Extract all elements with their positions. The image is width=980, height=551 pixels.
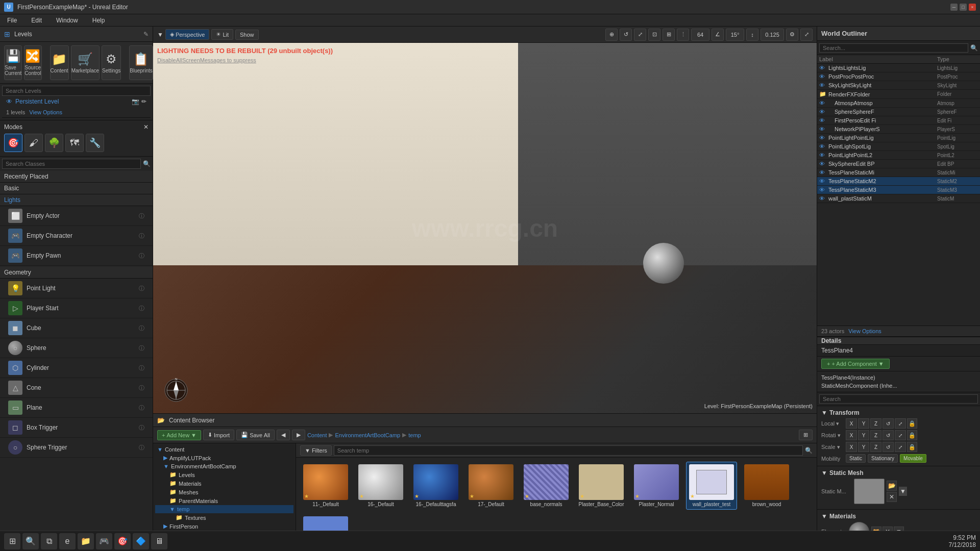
tree-item-content[interactable]: ▼ Content (155, 445, 293, 454)
scale-z-btn[interactable]: Z (870, 442, 881, 452)
vp-fullscreen-icon[interactable]: ⤢ (800, 29, 813, 41)
category-recently-placed[interactable]: Recently Placed (0, 171, 153, 183)
breadcrumb-temp[interactable]: temp (408, 432, 421, 438)
menu-window[interactable]: Window (53, 16, 81, 25)
list-item[interactable]: ○ Sphere ⓘ (0, 338, 153, 358)
scale-r-btn[interactable]: ↺ (883, 442, 894, 452)
asset-item[interactable]: ★ 11-_Default (300, 462, 351, 510)
list-item[interactable]: ◻ Box Trigger ⓘ (0, 418, 153, 438)
vp-grid-size[interactable]: 64 (691, 29, 709, 41)
sphere-info[interactable]: ⓘ (139, 344, 144, 352)
tree-item-materials[interactable]: 📁 Materials (155, 479, 293, 488)
breadcrumb-envart[interactable]: EnvironmentArtBootCamp (335, 432, 400, 438)
asset-item[interactable]: ★ 17-_Default (465, 462, 517, 510)
rot-x-btn[interactable]: X (846, 430, 857, 440)
loc-lock-btn[interactable]: 🔒 (907, 418, 917, 429)
category-basic[interactable]: Basic (0, 183, 153, 194)
vp-extra-icon[interactable]: ⚙ (786, 29, 798, 41)
mode-landscape[interactable]: 🗺 (65, 134, 84, 152)
component-item[interactable]: TessPlane4(Instance) (821, 373, 976, 382)
wo-list-item[interactable]: 👁 PointLighSpotLig SpotLig (817, 142, 980, 151)
vp-scale-btn[interactable]: ↕ (746, 29, 758, 41)
world-outliner-search-input[interactable] (819, 43, 968, 53)
level-cam-icon[interactable]: 📷 (132, 98, 139, 105)
taskbar-task-view[interactable]: ⧉ (41, 533, 57, 549)
tree-item-amplify[interactable]: ▶ AmplifyLUTPack (155, 454, 293, 462)
box-trigger-info[interactable]: ⓘ (139, 424, 144, 432)
close-button[interactable]: × (969, 4, 976, 11)
mode-geometry[interactable]: 🔧 (86, 134, 104, 152)
taskbar-app-2[interactable]: 🎯 (114, 533, 131, 549)
levels-search-input[interactable] (2, 86, 151, 96)
player-start-info[interactable]: ⓘ (139, 305, 144, 312)
wo-view-options[interactable]: View Options (848, 328, 881, 334)
content-button[interactable]: 📁 Content (50, 45, 69, 80)
wo-list-item[interactable]: 👁 PointLightPointLig PointLig (817, 134, 980, 142)
transform-header[interactable]: ▼ Transform (821, 409, 976, 416)
minimize-button[interactable]: ─ (950, 4, 958, 11)
lighting-suppress-link[interactable]: DisableAllScreenMessages to suppress (157, 57, 256, 63)
rot-z-btn[interactable]: Z (870, 430, 881, 440)
mobility-stationary[interactable]: Stationary (868, 454, 898, 463)
list-item[interactable]: 💡 Point Light ⓘ (0, 279, 153, 298)
show-button[interactable]: Show (235, 30, 259, 40)
location-label[interactable]: Local ▾ (821, 420, 844, 427)
menu-help[interactable]: Help (89, 16, 108, 25)
vp-snap-icon[interactable]: ⊡ (648, 29, 660, 41)
asset-item[interactable]: ★ wall_plaster_test (686, 462, 737, 510)
details-search-input[interactable] (819, 394, 978, 404)
lit-button[interactable]: ☀ Lit (211, 29, 233, 40)
cone-info[interactable]: ⓘ (139, 384, 144, 392)
tree-item-levels[interactable]: 📁 Levels (155, 470, 293, 479)
rot-lock-btn[interactable]: 🔒 (907, 430, 917, 440)
wo-list-item[interactable]: 👁 PointLightPointL2 PointL2 (817, 151, 980, 160)
category-geometry-header[interactable]: Geometry (0, 267, 153, 279)
list-item[interactable]: ⬜ Empty Actor ⓘ (0, 206, 153, 226)
tree-item-meshes[interactable]: 📁 Meshes (155, 488, 293, 496)
wo-list-item[interactable]: 📁 RenderFXFolder Folder (817, 90, 980, 99)
vp-grid-icon[interactable]: ⋮ (677, 29, 689, 41)
mobility-static[interactable]: Static (846, 454, 866, 463)
asset-item[interactable]: ★ base_normals (521, 462, 572, 510)
loc-y-btn[interactable]: Y (858, 418, 869, 429)
materials-header[interactable]: ▼ Materials (821, 513, 976, 520)
sm-clear-btn[interactable]: ✕ (887, 492, 897, 502)
search-classes-input[interactable] (2, 159, 141, 169)
vp-mode-icon[interactable]: ⊞ (663, 29, 675, 41)
save-current-button[interactable]: 💾 Save Current (4, 45, 22, 80)
rot-r-btn[interactable]: ↺ (883, 430, 894, 440)
mode-foliage[interactable]: 🌳 (45, 134, 63, 152)
loc-r-btn[interactable]: ↺ (883, 418, 894, 429)
nav-back-button[interactable]: ◀ (277, 430, 290, 440)
mobility-movable[interactable]: Movable (900, 454, 926, 463)
cb-view-options-button[interactable]: ⊞ (799, 430, 813, 440)
taskbar-start[interactable]: ⊞ (4, 533, 20, 549)
mode-paint[interactable]: 🖌 (24, 134, 43, 152)
wo-list-item[interactable]: 👁 TessPlaneStaticM2 StaticM2 (817, 177, 980, 186)
persistent-level-item[interactable]: 👁 Persistent Level 📷 ✏ (2, 96, 151, 107)
taskbar-explorer[interactable]: 📁 (78, 533, 94, 549)
plane-info[interactable]: ⓘ (139, 404, 144, 412)
perspective-button[interactable]: ◈ Perspective (165, 29, 209, 40)
asset-item[interactable]: ★ 16-_Default (355, 462, 406, 510)
wo-list-item[interactable]: 👁 FirstPersoEdit Fi Edit Fi (817, 116, 980, 125)
asset-item[interactable]: ★ Plaster_Normal (631, 462, 682, 510)
category-lights[interactable]: Lights (0, 194, 153, 206)
component-item[interactable]: StaticMeshComponent (Inhe... (821, 382, 976, 390)
list-item[interactable]: ▷ Player Start ⓘ (0, 298, 153, 318)
rotation-label[interactable]: Rotati ▾ (821, 432, 844, 439)
cylinder-info[interactable]: ⓘ (139, 364, 144, 372)
asset-item[interactable]: ★ 16-_Defaulttagsfa (410, 462, 461, 510)
empty-pawn-info[interactable]: ⓘ (139, 252, 144, 260)
settings-button[interactable]: ⚙ Settings (102, 45, 121, 80)
wo-list-item[interactable]: 👁 LightsLightsLig LightsLig (817, 64, 980, 72)
taskbar-app-1[interactable]: 🎮 (96, 533, 112, 549)
asset-item[interactable]: brown_wood (741, 462, 792, 510)
wo-list-item[interactable]: 👁 PostProcPostProc PostProc (817, 72, 980, 81)
point-light-info[interactable]: ⓘ (139, 285, 144, 292)
levels-add-icon[interactable]: ✎ (143, 31, 149, 38)
menu-edit[interactable]: Edit (28, 16, 45, 25)
save-all-button[interactable]: 💾 Save All (236, 430, 275, 440)
filters-button[interactable]: ▼ Filters (300, 445, 332, 456)
maximize-button[interactable]: □ (960, 4, 967, 11)
